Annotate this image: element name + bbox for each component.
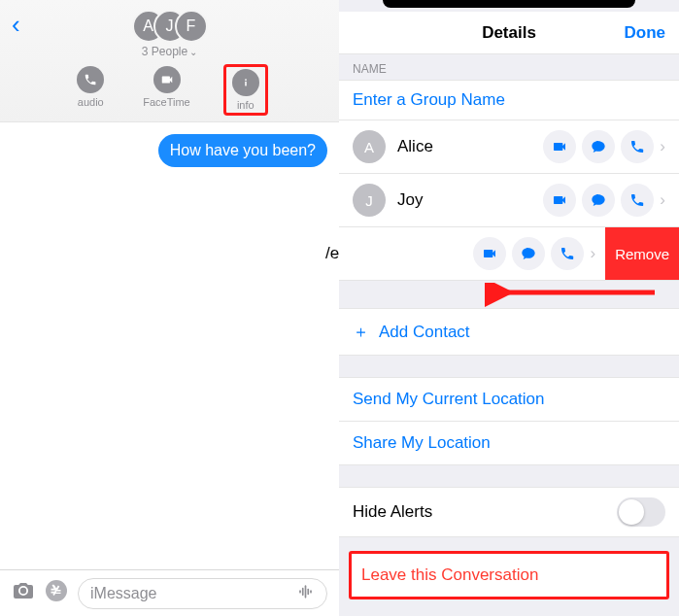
member-name: Alice (397, 137, 537, 156)
info-icon (232, 69, 259, 96)
chevron-down-icon: ⌄ (189, 47, 197, 57)
facetime-button[interactable]: FaceTime (143, 66, 190, 114)
avatar: J (353, 184, 386, 217)
thread-header: ‹ A J F 3 People⌄ audio FaceTime (0, 0, 339, 122)
details-header: Details Done (339, 12, 679, 54)
messages-thread-panel: ‹ A J F 3 People⌄ audio FaceTime (0, 0, 339, 616)
share-location-button[interactable]: Share My Location (339, 422, 679, 465)
leave-highlight: Leave this Conversation (349, 551, 669, 599)
svg-rect-4 (302, 587, 304, 595)
sent-message-bubble: How have you been? (158, 134, 327, 167)
input-placeholder: iMessage (90, 585, 295, 602)
message-thread[interactable]: How have you been? (0, 122, 339, 569)
annotation-arrow (339, 283, 679, 308)
avatar: A (353, 130, 386, 163)
group-name-input[interactable]: Enter a Group Name (339, 81, 679, 120)
hide-alerts-toggle[interactable] (617, 497, 665, 527)
video-icon[interactable] (543, 130, 576, 163)
name-section-label: NAME (339, 54, 679, 81)
svg-rect-6 (307, 588, 309, 595)
group-subtitle[interactable]: 3 People⌄ (8, 45, 331, 58)
sheet-grabber (339, 0, 679, 12)
svg-rect-5 (305, 585, 307, 598)
details-title: Details (482, 23, 536, 43)
member-row[interactable]: J Joy › (339, 174, 679, 227)
member-name: /e (325, 244, 467, 263)
svg-rect-3 (299, 590, 301, 593)
hide-alerts-row: Hide Alerts (339, 487, 679, 537)
chevron-right-icon: › (660, 190, 665, 210)
svg-rect-1 (245, 82, 247, 86)
info-button[interactable]: info (223, 64, 268, 116)
done-button[interactable]: Done (625, 23, 666, 43)
phone-icon[interactable] (621, 184, 654, 217)
svg-point-0 (245, 79, 247, 81)
message-icon[interactable] (582, 184, 615, 217)
phone-icon (77, 66, 104, 93)
chevron-right-icon: › (660, 137, 665, 156)
video-icon[interactable] (543, 184, 576, 217)
member-name: Joy (397, 190, 537, 210)
chevron-right-icon: › (590, 244, 595, 263)
add-contact-button[interactable]: ＋ Add Contact (339, 308, 679, 356)
message-icon[interactable] (582, 130, 615, 163)
appstore-button[interactable] (45, 579, 68, 608)
send-location-button[interactable]: Send My Current Location (339, 377, 679, 422)
details-panel: Details Done NAME Enter a Group Name A A… (339, 0, 679, 616)
remove-button[interactable]: Remove (605, 227, 679, 280)
camera-button[interactable] (12, 579, 35, 608)
video-icon[interactable] (473, 237, 506, 270)
message-input[interactable]: iMessage (78, 578, 327, 609)
hide-alerts-label: Hide Alerts (353, 502, 432, 522)
group-avatars[interactable]: A J F (8, 10, 331, 43)
leave-conversation-button[interactable]: Leave this Conversation (352, 554, 666, 597)
phone-icon[interactable] (551, 237, 584, 270)
compose-bar: iMessage (0, 569, 339, 616)
avatar: F (175, 10, 208, 43)
message-icon[interactable] (512, 237, 545, 270)
svg-rect-7 (310, 590, 312, 593)
phone-icon[interactable] (621, 130, 654, 163)
member-row-swiped[interactable]: /e › Remove (339, 227, 679, 281)
audio-button[interactable]: audio (77, 66, 104, 114)
plus-icon: ＋ (353, 321, 369, 343)
dictation-icon[interactable] (295, 582, 315, 605)
back-button[interactable]: ‹ (12, 10, 20, 40)
member-row[interactable]: A Alice › (339, 120, 679, 174)
header-actions: audio FaceTime info (8, 66, 331, 114)
video-icon (153, 66, 181, 93)
